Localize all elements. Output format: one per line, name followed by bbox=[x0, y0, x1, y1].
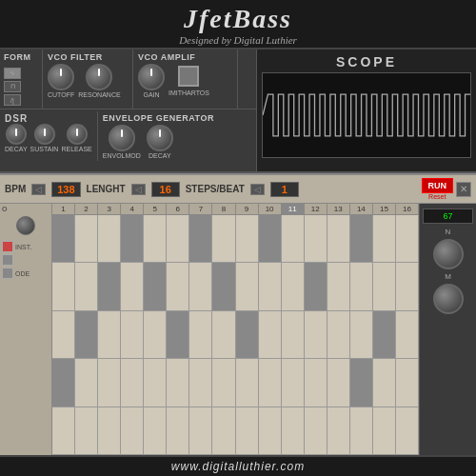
envolmod-knob[interactable] bbox=[109, 125, 135, 151]
bpm-value[interactable]: 138 bbox=[51, 182, 80, 197]
cell-r4-9[interactable] bbox=[236, 359, 259, 406]
cell-r2-14[interactable] bbox=[350, 263, 373, 309]
close-btn[interactable]: ✕ bbox=[456, 182, 471, 197]
seq-btn-red-1[interactable] bbox=[2, 241, 13, 252]
cell-r4-3[interactable] bbox=[98, 359, 121, 406]
seq-knob-1[interactable] bbox=[16, 216, 35, 235]
release-knob[interactable] bbox=[67, 124, 88, 145]
cell-r2-1[interactable] bbox=[52, 263, 75, 309]
env-decay-knob[interactable] bbox=[147, 125, 173, 151]
cell-r4-14[interactable] bbox=[350, 359, 373, 406]
cell-r4-2[interactable] bbox=[75, 359, 98, 406]
cell-r3-16[interactable] bbox=[396, 311, 419, 358]
cell-r3-9[interactable] bbox=[236, 311, 259, 358]
cell-r2-6[interactable] bbox=[167, 263, 189, 309]
cell-r3-10[interactable] bbox=[259, 311, 282, 358]
cell-r5-4[interactable] bbox=[121, 407, 144, 454]
length-value[interactable]: 16 bbox=[151, 182, 180, 197]
limit-switch[interactable] bbox=[178, 66, 199, 87]
cell-r2-8[interactable] bbox=[212, 263, 235, 309]
cell-r1-6[interactable] bbox=[167, 215, 189, 262]
cell-r4-4[interactable] bbox=[121, 359, 144, 406]
cell-r4-11[interactable] bbox=[282, 359, 305, 406]
cell-r5-14[interactable] bbox=[350, 407, 373, 454]
cell-r3-2[interactable] bbox=[75, 311, 98, 358]
cell-r5-7[interactable] bbox=[189, 407, 212, 454]
cell-r1-7[interactable] bbox=[189, 215, 212, 262]
length-down-btn[interactable]: ◁ bbox=[131, 184, 146, 195]
cell-r3-13[interactable] bbox=[327, 311, 350, 358]
cell-r4-10[interactable] bbox=[259, 359, 282, 406]
cell-r1-12[interactable] bbox=[305, 215, 327, 262]
cell-r5-11[interactable] bbox=[282, 407, 305, 454]
cell-r2-2[interactable] bbox=[75, 263, 98, 309]
cell-r1-16[interactable] bbox=[396, 215, 419, 262]
seq-btn-1[interactable] bbox=[2, 254, 13, 266]
cell-r2-3[interactable] bbox=[98, 263, 121, 309]
cell-r1-15[interactable] bbox=[373, 215, 396, 262]
cell-r4-15[interactable] bbox=[373, 359, 396, 406]
cell-r1-8[interactable] bbox=[212, 215, 235, 262]
cell-r3-15[interactable] bbox=[373, 311, 396, 358]
cell-r5-6[interactable] bbox=[167, 407, 189, 454]
cell-r5-15[interactable] bbox=[373, 407, 396, 454]
cell-r2-13[interactable] bbox=[327, 263, 350, 309]
cell-r1-11[interactable] bbox=[282, 215, 305, 262]
cell-r4-1[interactable] bbox=[52, 359, 75, 406]
cell-r5-10[interactable] bbox=[259, 407, 282, 454]
cell-r2-7[interactable] bbox=[189, 263, 212, 309]
cell-r5-8[interactable] bbox=[212, 407, 235, 454]
cell-r2-16[interactable] bbox=[396, 263, 419, 309]
cell-r3-8[interactable] bbox=[212, 311, 235, 358]
steps-down-btn[interactable]: ◁ bbox=[250, 184, 265, 195]
cell-r3-11[interactable] bbox=[282, 311, 305, 358]
run-button[interactable]: RUN bbox=[422, 178, 454, 193]
cell-r1-5[interactable] bbox=[144, 215, 167, 262]
cell-r2-5[interactable] bbox=[144, 263, 167, 309]
cell-r3-6[interactable] bbox=[167, 311, 189, 358]
cell-r1-13[interactable] bbox=[327, 215, 350, 262]
sustain-knob[interactable] bbox=[34, 124, 55, 145]
bpm-down-btn[interactable]: ◁ bbox=[31, 184, 46, 195]
wave-btn-3[interactable]: /| bbox=[4, 94, 21, 106]
steps-value[interactable]: 1 bbox=[270, 182, 299, 197]
gain-knob[interactable] bbox=[138, 64, 165, 90]
cell-r1-10[interactable] bbox=[259, 215, 282, 262]
cell-r1-3[interactable] bbox=[98, 215, 121, 262]
cell-r2-15[interactable] bbox=[373, 263, 396, 309]
cell-r4-5[interactable] bbox=[144, 359, 167, 406]
wave-btn-2[interactable]: ⊓ bbox=[4, 81, 21, 92]
cell-r1-9[interactable] bbox=[236, 215, 259, 262]
cell-r5-1[interactable] bbox=[52, 407, 75, 454]
cell-r3-1[interactable] bbox=[52, 311, 75, 358]
seq-btn-2[interactable] bbox=[2, 268, 13, 279]
cell-r2-11[interactable] bbox=[282, 263, 305, 309]
cell-r2-12[interactable] bbox=[305, 263, 327, 309]
cell-r5-13[interactable] bbox=[327, 407, 350, 454]
cell-r4-7[interactable] bbox=[189, 359, 212, 406]
resonance-knob[interactable] bbox=[86, 64, 112, 90]
cell-r4-6[interactable] bbox=[167, 359, 189, 406]
cell-r3-14[interactable] bbox=[350, 311, 373, 358]
cell-r3-4[interactable] bbox=[121, 311, 144, 358]
cell-r2-9[interactable] bbox=[236, 263, 259, 309]
cell-r5-16[interactable] bbox=[396, 407, 419, 454]
cell-r5-5[interactable] bbox=[144, 407, 167, 454]
cell-r2-10[interactable] bbox=[259, 263, 282, 309]
cell-r1-4[interactable] bbox=[121, 215, 144, 262]
cell-r1-2[interactable] bbox=[75, 215, 98, 262]
cell-r4-13[interactable] bbox=[327, 359, 350, 406]
cell-r4-12[interactable] bbox=[305, 359, 327, 406]
cell-r3-5[interactable] bbox=[144, 311, 167, 358]
cell-r1-14[interactable] bbox=[350, 215, 373, 262]
cell-r4-8[interactable] bbox=[212, 359, 235, 406]
wave-btn-1[interactable]: ∿ bbox=[4, 68, 21, 79]
right-knob-1[interactable] bbox=[433, 239, 464, 269]
cell-r3-12[interactable] bbox=[305, 311, 327, 358]
cell-r5-9[interactable] bbox=[236, 407, 259, 454]
cell-r5-12[interactable] bbox=[305, 407, 327, 454]
decay-knob[interactable] bbox=[6, 124, 27, 145]
cell-r5-2[interactable] bbox=[75, 407, 98, 454]
cutoff-knob[interactable] bbox=[48, 64, 74, 90]
cell-r3-7[interactable] bbox=[189, 311, 212, 358]
